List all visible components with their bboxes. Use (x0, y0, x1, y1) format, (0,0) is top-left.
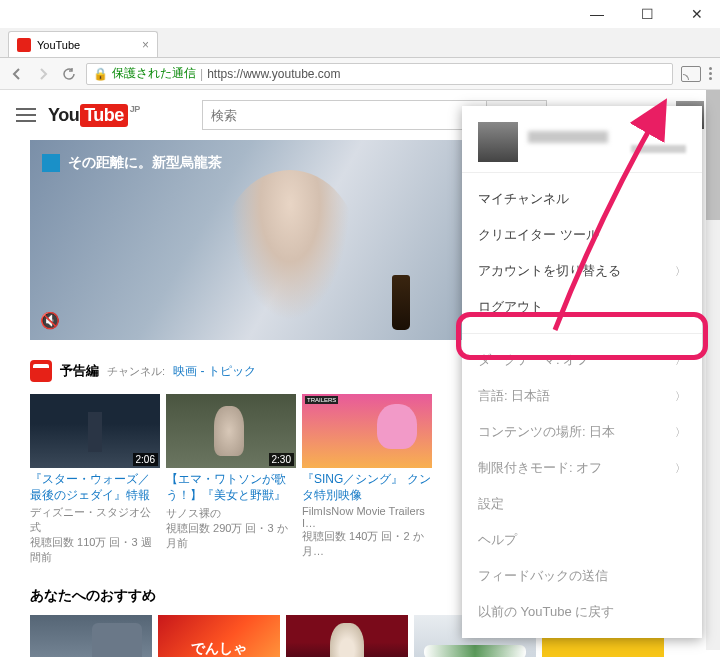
secure-label: 保護された通信 (112, 65, 196, 82)
video-meta: 視聴回数 140万 回・2 か月… (302, 529, 432, 559)
blurred-email (631, 145, 686, 153)
scrollbar[interactable] (706, 90, 720, 650)
rec-thumbnail[interactable] (286, 615, 408, 657)
address-bar[interactable]: 🔒 保護された通信 | https://www.youtube.com (86, 63, 673, 85)
menu-item-language[interactable]: 言語: 日本語〉 (462, 378, 702, 414)
back-button[interactable] (8, 65, 26, 83)
menu-item-location[interactable]: コンテンツの場所: 日本〉 (462, 414, 702, 450)
lock-icon: 🔒 (93, 67, 108, 81)
video-title: 『スター・ウォーズ／最後のジェダイ』特報 (30, 472, 160, 503)
search-input[interactable] (202, 100, 487, 130)
menu-group: ダークテーマ: オフ〉 言語: 日本語〉 コンテンツの場所: 日本〉 制限付きモ… (462, 334, 702, 638)
duration-badge: 2:30 (269, 453, 294, 466)
menu-item-feedback[interactable]: フィードバックの送信 (462, 558, 702, 594)
menu-group: マイチャンネル クリエイター ツール アカウントを切り替える〉 ログアウト (462, 173, 702, 334)
rec-thumbnail[interactable]: でんしゃ (158, 615, 280, 657)
hero-ad[interactable]: その距離に。新型烏龍茶 🔇 (30, 140, 470, 340)
menu-item-dark-theme[interactable]: ダークテーマ: オフ〉 (462, 342, 702, 378)
rec-thumbnail[interactable] (30, 615, 152, 657)
tab-title: YouTube (37, 39, 80, 51)
chevron-right-icon: 〉 (675, 264, 686, 279)
youtube-logo[interactable]: You Tube JP (48, 104, 140, 127)
window-maximize[interactable]: ☐ (632, 4, 662, 24)
hero-image-person (220, 170, 360, 340)
video-thumbnail: 2:30 (166, 394, 296, 468)
ad-text: その距離に。新型烏龍茶 (68, 154, 222, 172)
separator: | (200, 67, 203, 81)
trailer-badge-icon (30, 360, 52, 382)
video-card[interactable]: 2:06 『スター・ウォーズ／最後のジェダイ』特報 ディズニー・スタジオ公式 視… (30, 394, 160, 565)
video-thumbnail (302, 394, 432, 468)
cast-icon[interactable] (681, 66, 701, 82)
video-title: 『SING／シング』 クンタ特別映像 (302, 472, 432, 503)
video-card[interactable]: 2:30 【エマ・ワトソンが歌う！】『美女と野獣』TVスポット… サノス裸の 視… (166, 394, 296, 565)
browser-toolbar: 🔒 保護された通信 | https://www.youtube.com (0, 58, 720, 90)
reload-button[interactable] (60, 65, 78, 83)
browser-tab[interactable]: YouTube × (8, 31, 158, 57)
tab-close-icon[interactable]: × (142, 38, 149, 52)
url-text: https://www.youtube.com (207, 67, 340, 81)
account-menu: マイチャンネル クリエイター ツール アカウントを切り替える〉 ログアウト ダー… (462, 106, 702, 638)
menu-header (462, 106, 702, 173)
menu-item-help[interactable]: ヘルプ (462, 522, 702, 558)
video-channel: ディズニー・スタジオ公式 (30, 505, 160, 535)
hero-ad-label: その距離に。新型烏龍茶 (42, 154, 222, 172)
chevron-right-icon: 〉 (675, 425, 686, 440)
video-meta: 視聴回数 110万 回・3 週間前 (30, 535, 160, 565)
menu-item-switch-account[interactable]: アカウントを切り替える〉 (462, 253, 702, 289)
browser-tab-bar: YouTube × (0, 28, 720, 58)
video-channel: FilmIsNow Movie Trailers I… (302, 505, 432, 529)
section-channel-link[interactable]: 映画 - トピック (173, 363, 256, 380)
ad-logo-icon (42, 154, 60, 172)
blurred-username (528, 131, 608, 143)
section-title: 予告編 (60, 362, 99, 380)
mute-icon[interactable]: 🔇 (40, 311, 60, 330)
menu-item-my-channel[interactable]: マイチャンネル (462, 181, 702, 217)
menu-item-old-youtube[interactable]: 以前の YouTube に戻す (462, 594, 702, 630)
hero-image-bottle (392, 275, 410, 330)
menu-avatar (478, 122, 518, 162)
video-meta: 視聴回数 290万 回・3 か月前 (166, 521, 296, 551)
window-minimize[interactable]: — (582, 4, 612, 24)
duration-badge: 2:06 (133, 453, 158, 466)
browser-menu-icon[interactable] (709, 67, 712, 80)
chevron-right-icon: 〉 (675, 353, 686, 368)
youtube-favicon (17, 38, 31, 52)
chevron-right-icon: 〉 (675, 389, 686, 404)
hamburger-icon[interactable] (16, 108, 36, 122)
menu-item-restricted-mode[interactable]: 制限付きモード: オフ〉 (462, 450, 702, 486)
scroll-thumb[interactable] (706, 90, 720, 220)
window-titlebar: — ☐ ✕ (0, 0, 720, 28)
section-sublabel: チャンネル: (107, 364, 165, 379)
menu-item-settings[interactable]: 設定 (462, 486, 702, 522)
video-thumbnail: 2:06 (30, 394, 160, 468)
menu-item-creator-tools[interactable]: クリエイター ツール (462, 217, 702, 253)
video-channel: サノス裸の (166, 506, 296, 521)
video-title: 【エマ・ワトソンが歌う！】『美女と野獣』TVスポット… (166, 472, 296, 504)
window-close[interactable]: ✕ (682, 4, 712, 24)
menu-item-logout[interactable]: ログアウト (462, 289, 702, 325)
chevron-right-icon: 〉 (675, 461, 686, 476)
video-card[interactable]: 『SING／シング』 クンタ特別映像 FilmIsNow Movie Trail… (302, 394, 432, 565)
forward-button[interactable] (34, 65, 52, 83)
